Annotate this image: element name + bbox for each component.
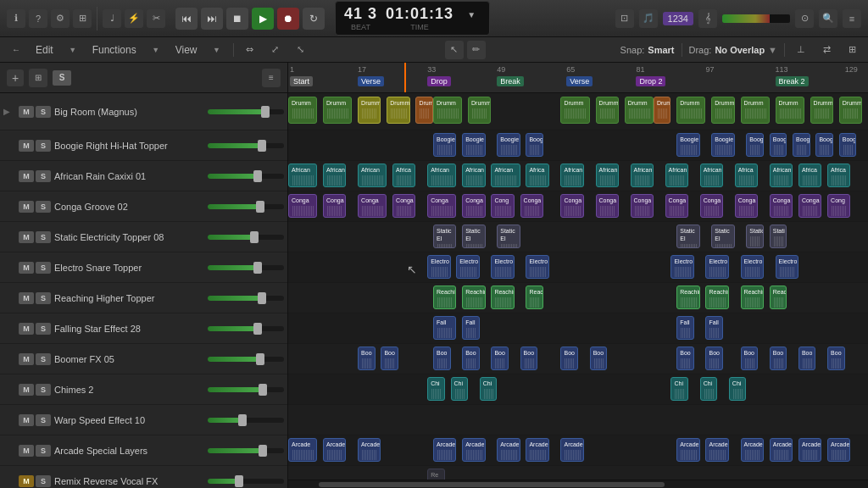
cycle-button[interactable]: ↻ [303,8,325,30]
clip[interactable]: Boo [358,347,376,370]
clip[interactable]: Electro [526,255,548,279]
track-fader[interactable] [208,296,284,301]
clip[interactable]: Electro [427,255,450,279]
clip[interactable]: Conga [462,194,485,218]
clip[interactable]: Drumm [676,97,705,124]
edit-menu[interactable]: Edit [32,42,57,58]
window-icon[interactable]: ⊞ [73,9,92,28]
clip[interactable]: Cong [491,194,514,218]
clip[interactable]: Drumm [810,97,833,124]
clip[interactable]: Chi [700,377,718,401]
clip[interactable]: Boo [798,347,816,370]
fader-knob[interactable] [253,323,262,335]
clip[interactable]: Boo [705,347,723,370]
clip[interactable]: Drumm [358,97,381,124]
clip[interactable]: Boo [770,347,787,370]
functions-menu[interactable]: Functions [89,42,140,58]
misc-icon[interactable]: ⊞ [843,41,861,59]
mute-button[interactable]: M [19,140,34,152]
fader-knob[interactable] [256,201,264,213]
fader-knob[interactable] [235,475,243,487]
clip[interactable]: Electro [670,255,693,279]
clip[interactable]: Boo [491,347,509,370]
punch-icon[interactable]: ⤡ [292,41,310,59]
solo-button[interactable]: S [36,353,51,365]
clip[interactable]: Reachin [491,286,514,309]
clip[interactable]: Cong [827,194,850,218]
clip[interactable]: Static El [676,225,699,248]
mute-button[interactable]: M [19,414,34,426]
scissors-icon[interactable]: ✂ [147,9,165,28]
clip[interactable]: Arcade [705,438,728,462]
clip[interactable]: Reachin [433,286,456,309]
clip[interactable]: Reachin [462,286,485,309]
clip[interactable]: African [288,164,317,187]
clip[interactable]: Boo [381,347,398,370]
clip[interactable]: Drum [415,97,433,124]
search-icon[interactable]: 🔍 [819,9,837,28]
mute-button[interactable]: M [19,353,34,365]
timeline-tracks[interactable]: Drumm Drumm Drumm Drumm Drum Drumm Drumm… [288,93,868,480]
track-fader[interactable] [208,357,284,362]
track-fader[interactable] [208,448,284,453]
clip[interactable]: Arcade [288,438,317,462]
global-solo-button[interactable]: S [53,70,71,86]
pointer-tool-icon[interactable]: ↖ [445,41,464,59]
clip[interactable]: Drumm [839,97,862,124]
clip[interactable]: Static El [462,225,485,248]
clip[interactable]: African [560,164,583,187]
clip[interactable]: Arcade [497,438,520,462]
loop-icon[interactable]: ⤢ [266,41,285,59]
track-fader[interactable] [208,174,284,179]
track-fader[interactable] [208,109,284,114]
stop-button[interactable]: ⏹ [226,8,248,30]
solo-button[interactable]: S [36,323,51,335]
mute-button[interactable]: M [19,445,34,457]
track-fader[interactable] [208,235,284,240]
mute-button[interactable]: M [19,231,34,243]
clip[interactable]: Boogie [676,133,699,157]
clip[interactable]: Arcade [741,438,764,462]
mute-button[interactable]: M [19,384,34,396]
clip[interactable]: Static El [497,225,520,248]
clip[interactable]: African [700,164,723,187]
fader-knob[interactable] [253,262,262,274]
nudge-icon[interactable]: ⇄ [817,41,836,59]
clip[interactable]: Electro [741,255,764,279]
solo-button[interactable]: S [36,231,51,243]
clip[interactable]: Conga [770,194,793,218]
view-menu[interactable]: View [172,42,201,58]
clip[interactable]: Drumm [433,97,462,124]
clip[interactable]: Arcade [526,438,548,462]
clip[interactable]: Boogie [711,133,734,157]
mute-button[interactable]: M [19,262,34,274]
clip[interactable]: Arcade [560,438,583,462]
clip[interactable]: Arcade [358,438,381,462]
clip[interactable]: African [491,164,520,187]
func-dropdown-icon[interactable]: ▼ [147,41,165,59]
clip[interactable]: African [323,164,346,187]
clip[interactable]: Boogie [433,133,456,157]
track-fader[interactable] [208,143,284,148]
clip[interactable]: Chi [451,377,469,401]
clip[interactable]: Africa [827,164,850,187]
add-track-button[interactable]: + [7,69,24,86]
clip[interactable]: Boo [676,347,694,370]
fader-knob[interactable] [253,170,262,182]
clip[interactable]: Boogi [839,133,857,157]
mute-button[interactable]: M [19,201,34,213]
clip[interactable]: Reac [526,286,543,309]
record-button[interactable]: ⏺ [277,8,299,30]
clip[interactable]: Fall [462,316,480,340]
mute-button[interactable]: M [19,475,34,487]
mute-button[interactable]: M [19,323,34,335]
fader-knob[interactable] [258,140,266,152]
align-icon[interactable]: ⊥ [792,41,810,59]
clip[interactable]: Boo [433,347,451,370]
help-icon[interactable]: ? [29,9,47,28]
clip[interactable]: Conga [358,194,387,218]
clip[interactable]: Boo [520,347,538,370]
clip[interactable]: Drumm [596,97,619,124]
track-fader[interactable] [208,265,284,270]
clip[interactable]: Conga [288,194,317,218]
